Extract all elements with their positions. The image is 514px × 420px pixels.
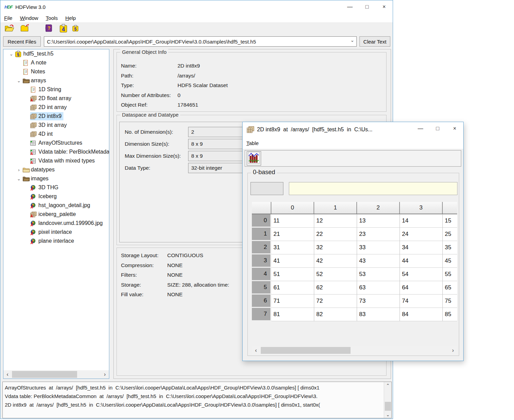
table-cell[interactable]: 55 xyxy=(443,268,457,281)
scroll-right-icon[interactable]: › xyxy=(101,370,109,379)
table-cell[interactable]: 14 xyxy=(400,214,443,228)
maximize-button[interactable]: □ xyxy=(429,122,446,135)
chevron-down-icon[interactable]: ⌄ xyxy=(350,37,354,43)
table-cell[interactable]: 51 xyxy=(271,268,314,281)
row-header[interactable]: 7 xyxy=(252,308,271,321)
tree-item[interactable]: 2D int array xyxy=(3,103,109,112)
table-cell[interactable]: 23 xyxy=(357,228,400,241)
table-cell[interactable]: 65 xyxy=(443,281,457,295)
scrollbar-thumb[interactable] xyxy=(261,347,351,354)
table-cell[interactable]: 64 xyxy=(400,281,443,295)
tree-item[interactable]: ⌄images xyxy=(3,174,109,183)
tree-item[interactable]: Ahst_lagoon_detail.jpg xyxy=(3,201,109,210)
expander-open-icon[interactable]: ⌄ xyxy=(15,78,23,83)
expander-open-icon[interactable]: ⌄ xyxy=(15,176,23,181)
close-file-button[interactable] xyxy=(20,23,30,34)
column-header[interactable]: 2 xyxy=(357,202,400,214)
tree-item[interactable]: AVdata table: PerBlockMetadataCommon xyxy=(3,147,109,156)
close-button[interactable]: × xyxy=(376,0,393,13)
table-cell[interactable]: 63 xyxy=(357,281,400,295)
table-cell[interactable]: 52 xyxy=(314,268,357,281)
table-cell[interactable]: 45 xyxy=(443,254,457,268)
table-cell[interactable]: 43 xyxy=(357,254,400,268)
table-horizontal-scrollbar[interactable]: ‹ › xyxy=(252,346,457,355)
minimize-button[interactable]: — xyxy=(341,0,358,13)
column-header[interactable]: 4 xyxy=(443,202,457,214)
file-path-combo[interactable]: C:\Users\lori.cooper\AppData\Local\Apps\… xyxy=(44,36,357,47)
table-cell[interactable]: 41 xyxy=(271,254,314,268)
cell-selection-field[interactable] xyxy=(250,182,283,195)
table-cell[interactable]: 13 xyxy=(357,214,400,228)
scroll-down-icon[interactable]: ⌄ xyxy=(384,411,392,418)
table-cell[interactable]: 61 xyxy=(271,281,314,295)
row-header[interactable]: 1 xyxy=(252,228,271,241)
table-corner-cell[interactable] xyxy=(252,202,271,214)
table-cell[interactable]: 53 xyxy=(357,268,400,281)
table-cell[interactable]: 75 xyxy=(443,295,457,308)
tree-item[interactable]: ⌄arrays xyxy=(3,76,109,85)
table-cell[interactable]: 72 xyxy=(314,295,357,308)
menu-file[interactable]: File xyxy=(0,15,16,21)
table-cell[interactable]: 15 xyxy=(443,214,457,228)
tree-item[interactable]: A2D float array xyxy=(3,94,109,103)
child-titlebar[interactable]: 2D int8x9 at /arrays/ [hdf5_test.h5 in C… xyxy=(243,122,463,137)
tree-horizontal-scrollbar[interactable]: ‹ › xyxy=(3,370,109,379)
tree-item[interactable]: ArrayOfStructures xyxy=(3,139,109,147)
scrollbar-thumb[interactable] xyxy=(12,371,77,378)
help-button[interactable]: ? xyxy=(44,23,54,34)
lineplot-button[interactable] xyxy=(247,151,261,166)
log-vertical-scrollbar[interactable]: ⌃ ⌄ xyxy=(384,382,391,418)
hdf4-file-button[interactable]: 4 xyxy=(59,23,68,34)
row-header[interactable]: 5 xyxy=(252,281,271,295)
tree-item[interactable]: 3D int array xyxy=(3,121,109,130)
open-file-button[interactable] xyxy=(4,23,15,34)
table-cell[interactable]: 82 xyxy=(314,308,357,321)
table-cell[interactable]: 84 xyxy=(400,308,443,321)
table-cell[interactable]: 33 xyxy=(357,241,400,254)
menu-tools[interactable]: Tools xyxy=(42,15,62,21)
tree-item[interactable]: A note xyxy=(3,58,109,67)
table-cell[interactable]: 81 xyxy=(271,308,314,321)
row-header[interactable]: 6 xyxy=(252,295,271,308)
tree-item[interactable]: 1D String xyxy=(3,85,109,94)
tree-item[interactable]: Alandcover.umd.199906.jpg xyxy=(3,219,109,228)
table-cell[interactable]: 42 xyxy=(314,254,357,268)
table-cell[interactable]: 85 xyxy=(443,308,457,321)
scroll-left-icon[interactable]: ‹ xyxy=(252,346,260,355)
table-cell[interactable]: 62 xyxy=(314,281,357,295)
table-cell[interactable]: 83 xyxy=(357,308,400,321)
table-cell[interactable]: 35 xyxy=(443,241,457,254)
tree-item[interactable]: 2D int8x9 xyxy=(3,112,109,121)
table-cell[interactable]: 32 xyxy=(314,241,357,254)
tree-item[interactable]: Notes xyxy=(3,67,109,76)
menu-window[interactable]: Window xyxy=(16,15,42,21)
cell-value-field[interactable] xyxy=(289,182,457,195)
table-cell[interactable]: 34 xyxy=(400,241,443,254)
column-header[interactable]: 3 xyxy=(400,202,443,214)
menu-help[interactable]: Help xyxy=(62,15,80,21)
table-cell[interactable]: 44 xyxy=(400,254,443,268)
table-cell[interactable]: 73 xyxy=(357,295,400,308)
tree-item[interactable]: Aplane interlace xyxy=(3,237,109,245)
tree-item[interactable]: AVdata with mixed types xyxy=(3,156,109,165)
table-cell[interactable]: 54 xyxy=(400,268,443,281)
row-header[interactable]: 0 xyxy=(252,214,271,228)
table-cell[interactable]: 71 xyxy=(271,295,314,308)
scroll-right-icon[interactable]: › xyxy=(449,346,457,355)
tree-item[interactable]: ›datatypes xyxy=(3,165,109,174)
table-cell[interactable]: 22 xyxy=(314,228,357,241)
tree-item[interactable]: ⌄5hdf5_test.h5 xyxy=(3,49,109,58)
scrollbar-thumb[interactable] xyxy=(385,402,391,411)
minimize-button[interactable]: — xyxy=(412,122,429,135)
hdf5-file-button[interactable]: 5 xyxy=(72,23,79,34)
expander-open-icon[interactable]: ⌄ xyxy=(8,51,15,57)
main-titlebar[interactable]: HDF HDFView 3.0 —□× xyxy=(0,0,393,13)
tree-item[interactable]: A3D THG xyxy=(3,183,109,192)
recent-files-button[interactable]: Recent Files xyxy=(3,36,41,47)
column-header[interactable]: 0 xyxy=(271,202,314,214)
row-header[interactable]: 3 xyxy=(252,254,271,268)
column-header[interactable]: 1 xyxy=(314,202,357,214)
tree-item[interactable]: AIceberg xyxy=(3,192,109,201)
table-cell[interactable]: 74 xyxy=(400,295,443,308)
table-cell[interactable]: 12 xyxy=(314,214,357,228)
